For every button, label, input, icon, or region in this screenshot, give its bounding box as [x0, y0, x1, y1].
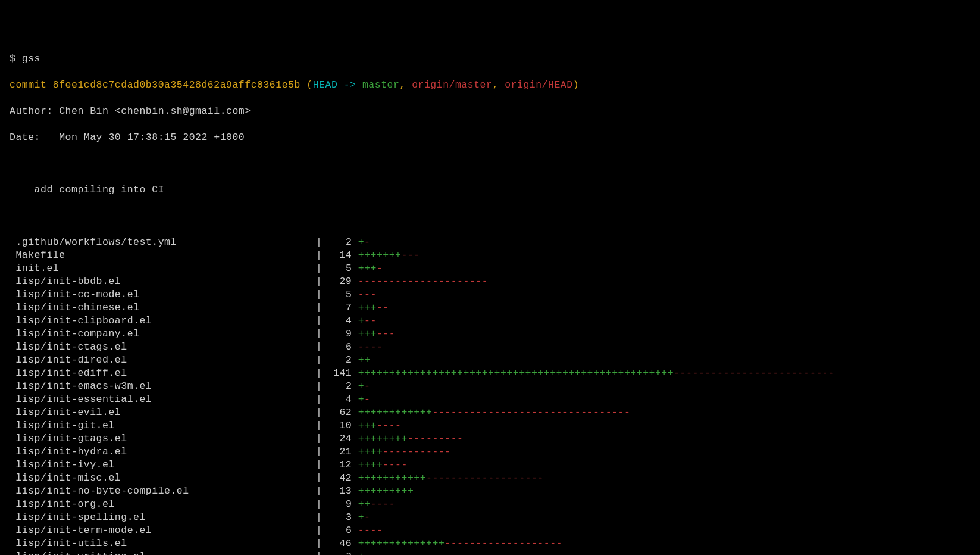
file-path: lisp/init-writting.el: [10, 550, 316, 555]
change-count: 42: [328, 472, 352, 485]
change-count: 141: [328, 367, 352, 380]
change-count: 5: [328, 288, 352, 301]
change-count: 10: [328, 419, 352, 432]
author-line: Author: Chen Bin <chenbin.sh@gmail.com>: [10, 105, 970, 118]
separator: |: [316, 314, 328, 328]
insertions-bar: +++: [358, 328, 377, 339]
file-path: lisp/init-spelling.el: [10, 511, 316, 524]
deletions-bar: -: [364, 512, 370, 523]
deletions-bar: ---: [402, 250, 420, 261]
diffstat-row: .github/workflows/test.yml| 2 +-: [10, 236, 970, 249]
deletions-bar: ----: [358, 341, 383, 353]
file-path: lisp/init-no-byte-compile.el: [10, 485, 316, 498]
blank-line: [10, 157, 970, 170]
diffstat-row: lisp/init-org.el| 9 ++----: [10, 498, 970, 511]
insertions-bar: +: [358, 512, 364, 523]
insertions-bar: +++++++: [358, 250, 402, 261]
diffstat-row: lisp/init-writting.el| 2 +-: [10, 550, 970, 555]
separator: |: [316, 288, 328, 301]
commit-line: commit 8fee1cd8c7cdad0b30a35428d62a9affc…: [10, 79, 970, 92]
change-count: 62: [328, 406, 352, 419]
file-path: lisp/init-company.el: [10, 328, 316, 341]
separator: |: [316, 301, 328, 314]
change-count: 2: [328, 236, 352, 249]
file-path: lisp/init-evil.el: [10, 406, 316, 419]
diffstat-row: lisp/init-gtags.el| 24 ++++++++---------: [10, 432, 970, 445]
previous-command: $ gss: [10, 52, 970, 66]
deletions-bar: ----: [383, 459, 408, 470]
change-count: 2: [328, 380, 352, 393]
diffstat-row: lisp/init-clipboard.el| 4 +--: [10, 314, 970, 328]
head-arrow: HEAD ->: [313, 79, 362, 91]
diffstat-row: lisp/init-ediff.el| 141 ++++++++++++++++…: [10, 367, 970, 380]
insertions-bar: +++: [358, 263, 377, 274]
change-count: 29: [328, 275, 352, 288]
insertions-bar: +: [358, 315, 364, 326]
commit-hash: 8fee1cd8c7cdad0b30a35428d62a9affc0361e5b: [53, 79, 300, 91]
file-path: lisp/init-chinese.el: [10, 301, 316, 314]
separator: |: [316, 328, 328, 341]
insertions-bar: ++++: [358, 459, 383, 470]
diffstat-row: lisp/init-chinese.el| 7 +++--: [10, 301, 970, 314]
file-path: Makefile: [10, 249, 316, 262]
change-count: 9: [328, 498, 352, 511]
file-path: lisp/init-misc.el: [10, 472, 316, 485]
diffstat-row: lisp/init-term-mode.el| 6 ----: [10, 524, 970, 537]
separator: |: [316, 354, 328, 367]
remote-origin-head: origin/HEAD: [505, 79, 572, 91]
diffstat-row: Makefile| 14 +++++++---: [10, 249, 970, 262]
file-path: lisp/init-dired.el: [10, 354, 316, 367]
separator: |: [316, 249, 328, 262]
diffstat-row: lisp/init-misc.el| 42 +++++++++++-------…: [10, 472, 970, 485]
insertions-bar: +: [358, 551, 364, 555]
diffstat-row: lisp/init-no-byte-compile.el| 13 +++++++…: [10, 485, 970, 498]
insertions-bar: ++++++++++++++++++++++++++++++++++++++++…: [358, 367, 674, 379]
change-count: 7: [328, 301, 352, 314]
change-count: 24: [328, 432, 352, 445]
insertions-bar: +++: [358, 302, 377, 313]
change-count: 2: [328, 550, 352, 555]
insertions-bar: ++++: [358, 446, 383, 457]
separator: |: [316, 550, 328, 555]
insertions-bar: ++++++++++++++: [358, 538, 445, 549]
commit-label: commit: [10, 79, 53, 91]
commit-message: add compiling into CI: [10, 183, 970, 197]
change-count: 2: [328, 354, 352, 367]
date-line: Date: Mon May 30 17:38:15 2022 +1000: [10, 131, 970, 144]
separator: |: [316, 262, 328, 275]
diffstat-row: lisp/init-evil.el| 62 ++++++++++++------…: [10, 406, 970, 419]
separator: |: [316, 445, 328, 459]
deletions-bar: --------------------------------: [433, 407, 631, 418]
blank-line: [10, 210, 970, 223]
change-count: 13: [328, 485, 352, 498]
change-count: 5: [328, 262, 352, 275]
file-path: lisp/init-git.el: [10, 419, 316, 432]
separator: |: [316, 511, 328, 524]
change-count: 14: [328, 249, 352, 262]
diffstat-list: .github/workflows/test.yml| 2 +- Makefil…: [10, 236, 970, 555]
deletions-bar: --: [377, 302, 389, 313]
deletions-bar: -----------: [383, 446, 450, 457]
diffstat-row: lisp/init-dired.el| 2 ++: [10, 354, 970, 367]
change-count: 9: [328, 328, 352, 341]
diffstat-row: init.el| 5 +++-: [10, 262, 970, 275]
separator: |: [316, 472, 328, 485]
separator: |: [316, 498, 328, 511]
change-count: 3: [328, 511, 352, 524]
diffstat-row: lisp/init-bbdb.el| 29 ------------------…: [10, 275, 970, 288]
file-path: lisp/init-utils.el: [10, 537, 316, 550]
deletions-bar: --------------------------: [674, 367, 834, 379]
deletions-bar: -: [364, 381, 370, 392]
file-path: lisp/init-term-mode.el: [10, 524, 316, 537]
deletions-bar: -------------------: [426, 472, 544, 484]
insertions-bar: ++: [358, 498, 371, 510]
change-count: 4: [328, 314, 352, 328]
file-path: lisp/init-ctags.el: [10, 341, 316, 354]
file-path: lisp/init-essential.el: [10, 393, 316, 406]
separator: |: [316, 367, 328, 380]
deletions-bar: -: [364, 236, 370, 248]
deletions-bar: ----: [371, 498, 396, 510]
diffstat-row: lisp/init-emacs-w3m.el| 2 +-: [10, 380, 970, 393]
change-count: 21: [328, 445, 352, 459]
separator: |: [316, 341, 328, 354]
